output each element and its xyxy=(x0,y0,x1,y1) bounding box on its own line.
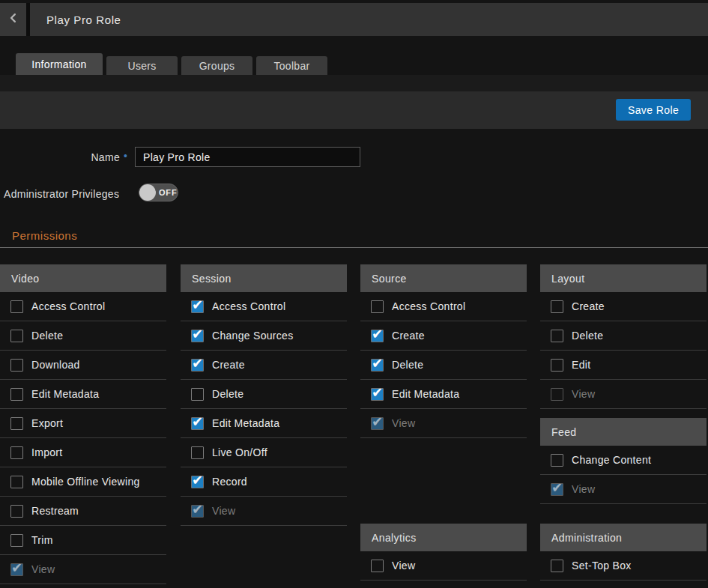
name-label: Name xyxy=(0,151,120,163)
permission-row[interactable]: Create xyxy=(181,351,347,380)
checkbox-icon[interactable] xyxy=(551,454,563,467)
checkbox-icon[interactable] xyxy=(10,446,23,459)
checkbox-icon[interactable] xyxy=(10,476,23,488)
section-header-analytics: Analytics xyxy=(360,524,527,551)
permissions-column-source: Source Access Control Create Delete Edit… xyxy=(360,264,527,581)
tab-information[interactable]: Information xyxy=(16,53,103,75)
permission-row[interactable]: Create xyxy=(360,321,527,351)
permission-label: Edit xyxy=(572,359,590,371)
permission-label: Record xyxy=(212,476,247,488)
permissions-column-session: Session Access Control Change Sources Cr… xyxy=(181,264,347,526)
admin-privileges-toggle[interactable]: OFF xyxy=(139,184,178,201)
permission-row[interactable]: Trim xyxy=(0,526,166,555)
permission-label: Delete xyxy=(572,330,603,342)
permission-row[interactable]: Download xyxy=(0,351,166,380)
toggle-state-label: OFF xyxy=(159,188,177,197)
checkbox-icon[interactable] xyxy=(551,330,563,342)
permission-row[interactable]: View xyxy=(181,497,347,526)
checkbox-icon[interactable] xyxy=(191,417,204,430)
checkbox-icon[interactable] xyxy=(191,330,204,342)
permission-row[interactable]: Live On/Off xyxy=(181,438,347,467)
checkbox-icon[interactable] xyxy=(371,300,384,313)
permission-label: Access Control xyxy=(392,300,465,312)
permission-row[interactable]: Edit Metadata xyxy=(360,380,527,409)
checkbox-icon[interactable] xyxy=(10,300,23,313)
checkbox-icon[interactable] xyxy=(191,476,204,488)
back-button[interactable] xyxy=(0,3,30,36)
permission-row[interactable]: View xyxy=(0,555,166,584)
permission-row[interactable]: Record xyxy=(181,467,347,497)
checkbox-icon[interactable] xyxy=(371,417,384,430)
checkbox-icon[interactable] xyxy=(191,300,204,313)
name-input[interactable] xyxy=(135,147,360,167)
checkbox-icon[interactable] xyxy=(551,483,563,496)
permission-label: Create xyxy=(212,359,245,371)
permission-label: Live On/Off xyxy=(212,446,267,458)
permission-row[interactable]: Delete xyxy=(181,380,347,409)
permission-label: Access Control xyxy=(31,300,105,312)
permission-row[interactable]: Access Control xyxy=(360,292,527,321)
permission-row[interactable]: View xyxy=(540,380,707,409)
permission-row[interactable]: Edit xyxy=(540,351,707,380)
checkbox-icon[interactable] xyxy=(551,300,563,313)
checkbox-icon[interactable] xyxy=(191,505,204,518)
tab-groups[interactable]: Groups xyxy=(181,56,252,75)
tab-users[interactable]: Users xyxy=(106,56,178,75)
checkbox-icon[interactable] xyxy=(371,359,384,372)
permission-row[interactable]: View xyxy=(360,409,527,438)
permission-row[interactable]: Mobile Offline Viewing xyxy=(0,467,166,497)
permission-label: Create xyxy=(572,300,605,312)
tab-bar: Information Users Groups Toolbar xyxy=(16,53,327,75)
permission-label: Change Sources xyxy=(212,330,294,342)
checkbox-icon[interactable] xyxy=(10,359,23,372)
permission-label: Import xyxy=(31,446,62,458)
permission-row[interactable]: View xyxy=(540,475,707,504)
permission-row[interactable]: Delete xyxy=(0,321,166,351)
page-title: Play Pro Role xyxy=(30,3,121,36)
permission-row[interactable]: Create xyxy=(540,292,707,321)
checkbox-icon[interactable] xyxy=(10,505,23,518)
permissions-column-video: Video Access Control Delete Download Edi… xyxy=(0,264,166,584)
checkbox-icon[interactable] xyxy=(10,330,23,342)
tab-toolbar[interactable]: Toolbar xyxy=(256,56,327,75)
permission-row[interactable]: Export xyxy=(0,409,166,438)
permission-row[interactable]: View xyxy=(360,551,527,581)
required-dot-icon: • xyxy=(124,150,127,162)
checkbox-icon[interactable] xyxy=(10,534,23,547)
checkbox-icon[interactable] xyxy=(191,446,204,459)
section-header-source: Source xyxy=(360,264,527,292)
checkbox-icon[interactable] xyxy=(551,560,563,572)
permission-label: Create xyxy=(392,330,425,342)
checkbox-icon[interactable] xyxy=(551,359,563,372)
checkbox-icon[interactable] xyxy=(191,359,204,372)
permission-row[interactable]: Access Control xyxy=(181,292,347,321)
permission-row[interactable]: Delete xyxy=(540,321,707,351)
checkbox-icon[interactable] xyxy=(191,388,204,401)
permission-label: Trim xyxy=(31,534,53,546)
permission-row[interactable]: Set-Top Box xyxy=(540,551,707,581)
checkbox-icon[interactable] xyxy=(10,417,23,430)
permission-row[interactable]: Change Content xyxy=(540,446,707,475)
checkbox-icon[interactable] xyxy=(10,388,23,401)
save-role-button[interactable]: Save Role xyxy=(616,99,691,121)
section-header-administration: Administration xyxy=(540,524,707,551)
section-header-session: Session xyxy=(181,264,347,292)
checkbox-icon[interactable] xyxy=(371,388,384,401)
checkbox-icon[interactable] xyxy=(10,563,23,576)
permission-row[interactable]: Access Control xyxy=(0,292,166,321)
section-header-video: Video xyxy=(0,264,166,292)
permission-row[interactable]: Edit Metadata xyxy=(181,409,347,438)
action-bar: Save Role xyxy=(0,91,708,129)
permission-row[interactable]: Restream xyxy=(0,497,166,526)
checkbox-icon[interactable] xyxy=(551,388,563,401)
checkbox-icon[interactable] xyxy=(371,560,384,572)
permission-row[interactable]: Change Sources xyxy=(181,321,347,351)
permission-row[interactable]: Import xyxy=(0,438,166,467)
permission-label: View xyxy=(212,505,235,517)
permission-row[interactable]: Edit Metadata xyxy=(0,380,166,409)
checkbox-icon[interactable] xyxy=(371,330,384,342)
permissions-heading: Permissions xyxy=(12,229,77,242)
permission-row[interactable]: Delete xyxy=(360,351,527,380)
permission-label: Delete xyxy=(212,388,243,400)
permission-label: View xyxy=(31,563,55,575)
